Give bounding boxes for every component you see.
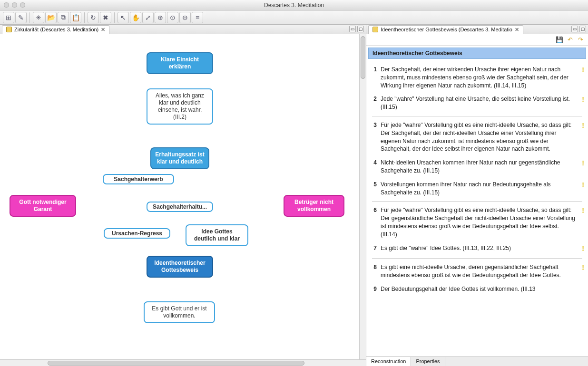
node-alles-wahr[interactable]: Alles, was ich ganz klar und deutlich ei…: [147, 88, 213, 125]
zoom-window-icon[interactable]: [20, 2, 25, 8]
tab-zirkularitaet[interactable]: Zirkularität (Descartes 3. Meditation) ✕: [2, 25, 109, 34]
node-sachgehalterwerb[interactable]: Sachgehalterwerb: [103, 174, 174, 184]
tab-ideentheoretischer[interactable]: Ideentheoretischer Gottesbeweis (Descart…: [368, 25, 523, 34]
save-icon[interactable]: 💾: [556, 36, 563, 44]
node-betrueger[interactable]: Betrüger nicht vollkommen: [284, 195, 344, 217]
redo-icon[interactable]: ↷: [577, 36, 584, 44]
list-item: 6Für jede "wahre" Vorstellung gibt es ei…: [368, 203, 586, 241]
list-item: 9Der Bedeutungsgehalt der Idee Gottes is…: [368, 282, 586, 296]
flag-icon: !: [580, 121, 584, 131]
tool-button-2[interactable]: ✎: [15, 12, 27, 23]
maximize-view-icon[interactable]: ▢: [579, 26, 586, 32]
list-item: 2Jede "wahre" Vorstellung hat eine Ursac…: [368, 92, 586, 114]
node-sachgehalterhaltung[interactable]: Sachgehalterhaltu...: [147, 202, 213, 212]
flag-icon: !: [580, 206, 584, 216]
list-item: 1Der Sachgehalt, der einer wirkenden Urs…: [368, 63, 586, 92]
open-button[interactable]: 📂: [45, 12, 57, 23]
flag-icon: !: [580, 159, 584, 168]
layout-button[interactable]: ≡: [192, 12, 203, 23]
flag-icon: !: [580, 263, 584, 273]
tool-button-1[interactable]: ⊞: [3, 12, 14, 23]
paste-button[interactable]: 📋: [70, 12, 81, 23]
node-klare-einsicht[interactable]: Klare Einsicht erklären: [147, 52, 213, 74]
diagram-icon: [6, 27, 12, 32]
minimize-view-icon[interactable]: ▭: [571, 26, 578, 32]
tab-label: Zirkularität (Descartes 3. Meditation): [14, 27, 98, 32]
argument-list[interactable]: 1Der Sachgehalt, der einer wirkenden Urs…: [366, 61, 588, 356]
delete-button[interactable]: ✖: [100, 12, 111, 23]
window-titlebar: Descartes 3. Meditation: [0, 0, 588, 10]
left-view-tabs: Zirkularität (Descartes 3. Meditation) ✕…: [0, 25, 366, 34]
list-item: 3Für jede "wahre" Vorstellung gibt es ei…: [368, 118, 586, 156]
diagram-edges: [0, 34, 143, 106]
tab-properties[interactable]: Properties: [411, 357, 445, 366]
list-item: 8Es gibt eine nicht-ideelle Ursache, der…: [368, 260, 586, 282]
window-title: Descartes 3. Meditation: [0, 2, 588, 9]
refresh-button[interactable]: ↻: [88, 12, 99, 23]
pan-tool-button[interactable]: ✋: [130, 12, 141, 23]
flag-icon: !: [580, 181, 584, 190]
right-toolbar: 💾 ↶ ↷: [366, 34, 588, 46]
zoom-out-button[interactable]: ⊖: [179, 12, 191, 23]
flag-icon: !: [580, 244, 584, 254]
main-toolbar: ⊞ ✎ ✳ 📂 ⧉ 📋 ↻ ✖ ↖ ✋ ⤢ ⊕ ⊙ ⊖ ≡: [0, 10, 588, 25]
list-item: 5Vorstellungen kommen ihrer Natur nach n…: [368, 178, 586, 200]
list-item: 4Nicht-ideellen Ursachen kommen ihrer Na…: [368, 156, 586, 178]
node-es-gibt-gott[interactable]: Es gibt Gott und er ist vollkommen.: [144, 301, 215, 323]
flag-icon: !: [580, 66, 584, 75]
right-view-tabs: Ideentheoretischer Gottesbeweis (Descart…: [366, 25, 588, 34]
zoom-in-button[interactable]: ⊕: [155, 12, 166, 23]
toolbar-separator: [29, 12, 30, 23]
pointer-tool-button[interactable]: ↖: [118, 12, 129, 23]
panel-header: Ideentheoretischer Gottesbeweis: [368, 48, 586, 59]
zoom-100-button[interactable]: ⊙: [167, 12, 178, 23]
bottom-tabs: Reconstruction Properties: [366, 356, 588, 366]
node-ideentheoretischer-gottesbeweis[interactable]: Ideentheoretischer Gottesbeweis: [147, 256, 213, 278]
new-node-button[interactable]: ✳: [33, 12, 44, 23]
undo-icon[interactable]: ↶: [566, 36, 574, 44]
list-item: 7Es gibt die "wahre" Idee Gottes. (III.1…: [368, 241, 586, 257]
diagram-canvas[interactable]: Klare Einsicht erklären Alles, was ich g…: [0, 34, 366, 359]
maximize-view-icon[interactable]: ▢: [357, 26, 364, 32]
close-window-icon[interactable]: [4, 2, 9, 8]
minimize-window-icon[interactable]: [12, 2, 17, 8]
copy-button[interactable]: ⧉: [58, 12, 69, 23]
node-gott-garant[interactable]: Gott notwendiger Garant: [10, 195, 76, 217]
minimize-view-icon[interactable]: ▭: [349, 26, 356, 32]
node-ursachen-regress[interactable]: Ursachen-Regress: [104, 228, 170, 239]
tab-label: Ideentheoretischer Gottesbeweis (Descart…: [381, 27, 512, 32]
zoom-fit-button[interactable]: ⤢: [142, 12, 154, 23]
close-tab-icon[interactable]: ✕: [515, 27, 519, 33]
tab-reconstruction[interactable]: Reconstruction: [366, 357, 411, 366]
traffic-lights: [4, 2, 25, 8]
document-icon: [372, 27, 378, 32]
node-erhaltungssatz[interactable]: Erhaltungssatz ist klar und deutlich: [150, 147, 209, 169]
horizontal-scrollbar[interactable]: [0, 359, 366, 366]
flag-icon: !: [580, 95, 584, 105]
toolbar-separator: [114, 12, 115, 23]
toolbar-separator: [84, 12, 85, 23]
node-idee-gottes[interactable]: Idee Gottes deutlich und klar: [186, 224, 248, 246]
close-tab-icon[interactable]: ✕: [101, 27, 105, 33]
